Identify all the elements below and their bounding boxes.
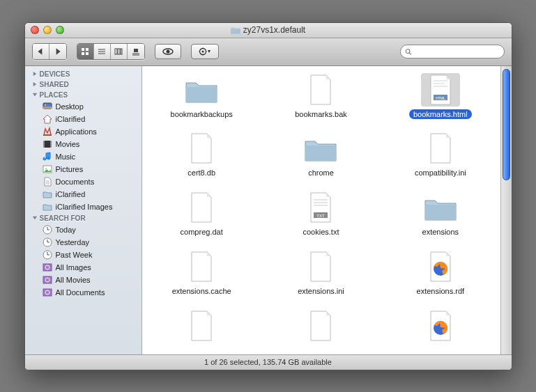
file-label (436, 345, 445, 347)
column-view-button[interactable] (111, 44, 128, 59)
doc-icon (182, 191, 221, 224)
nav-buttons (32, 43, 67, 60)
folder-icon (421, 191, 460, 224)
list-view-button[interactable] (94, 44, 111, 59)
svg-rect-20 (121, 49, 122, 54)
sidebar-item[interactable]: Past Week (25, 249, 141, 261)
file-item[interactable]: bookmarks.html (381, 73, 500, 120)
scrollbar-thumb[interactable] (503, 69, 510, 180)
sidebar-section[interactable]: SHARED (25, 79, 141, 90)
svg-point-41 (50, 143, 51, 144)
sidebar-item[interactable]: iClarified (25, 113, 141, 125)
file-item[interactable]: cookies.txt (261, 191, 381, 237)
file-label: bookmarkbackups (167, 109, 237, 119)
sidebar-item[interactable]: All Movies (25, 274, 141, 286)
svg-rect-21 (134, 49, 138, 52)
txt-icon (301, 191, 340, 224)
sidebar-item[interactable]: All Documents (25, 286, 141, 299)
svg-rect-13 (82, 52, 84, 55)
file-label: compatibility.ini (411, 168, 470, 178)
svg-point-28 (406, 49, 410, 53)
sidebar-item[interactable]: iClarified (25, 188, 141, 201)
icon-view-button[interactable] (77, 44, 94, 59)
sidebar-item[interactable]: Pictures (25, 163, 141, 175)
sidebar-section[interactable]: PLACES (25, 90, 141, 100)
doc-icon (421, 132, 460, 165)
doc-icon (301, 250, 340, 283)
file-item[interactable]: chrome (261, 132, 381, 178)
file-item[interactable] (142, 309, 261, 347)
file-label: cookies.txt (299, 227, 344, 237)
sidebar-item[interactable]: iClarified Images (25, 201, 141, 213)
file-item[interactable]: extensions.rdf (381, 250, 500, 297)
file-label: extensions (418, 227, 464, 237)
firefox-icon (421, 309, 460, 343)
sidebar-item[interactable]: Desktop (25, 100, 141, 113)
coverflow-view-button[interactable] (128, 44, 144, 59)
folder-icon (182, 73, 221, 107)
file-item[interactable]: extensions.ini (261, 250, 381, 297)
folder-icon (301, 132, 340, 165)
content-area: bookmarkbackupsbookmarks.bakbookmarks.ht… (142, 66, 512, 354)
file-label: extensions.ini (293, 286, 349, 296)
svg-point-27 (201, 51, 204, 53)
window-body: DEVICESSHAREDPLACESDesktopiClarifiedAppl… (25, 66, 512, 354)
file-label: bookmarks.bak (291, 109, 351, 119)
forward-button[interactable] (49, 44, 66, 59)
file-item[interactable] (381, 309, 500, 347)
search-icon (405, 48, 412, 56)
file-grid[interactable]: bookmarkbackupsbookmarks.bakbookmarks.ht… (142, 66, 500, 354)
file-label (316, 345, 325, 347)
file-item[interactable]: compreg.dat (142, 191, 261, 237)
svg-point-38 (43, 143, 44, 144)
action-button[interactable] (191, 44, 219, 59)
file-item[interactable]: extensions.cache (142, 250, 261, 297)
search-input[interactable] (414, 47, 499, 56)
titlebar[interactable]: zy27vs1x.default (25, 23, 512, 38)
sidebar-section[interactable]: SEARCH FOR (25, 213, 141, 224)
scrollbar[interactable] (500, 66, 512, 354)
sidebar-item[interactable]: Today (25, 224, 141, 236)
file-item[interactable] (261, 309, 381, 347)
svg-point-40 (50, 141, 51, 142)
doc-icon (301, 73, 340, 107)
minimize-button[interactable] (43, 26, 52, 34)
sidebar-item[interactable]: All Images (25, 261, 141, 274)
sidebar-item[interactable]: Yesterday (25, 236, 141, 249)
search-field[interactable] (400, 45, 505, 58)
svg-point-39 (43, 146, 44, 146)
sidebar-item[interactable]: Documents (25, 175, 141, 188)
svg-rect-12 (86, 48, 89, 51)
html-icon (421, 73, 460, 107)
svg-rect-14 (86, 52, 89, 55)
file-label: bookmarks.html (409, 109, 472, 119)
window-title: zy27vs1x.default (25, 25, 512, 35)
finder-window: zy27vs1x.default DEVICESSHAREDPLACESDesk… (24, 22, 512, 370)
file-item[interactable]: bookmarks.bak (261, 73, 381, 120)
file-item[interactable]: compatibility.ini (381, 132, 500, 178)
svg-rect-11 (82, 48, 84, 51)
file-item[interactable]: cert8.db (142, 132, 261, 178)
status-bar: 1 of 26 selected, 135.74 GB available (25, 354, 512, 370)
file-label: extensions.cache (168, 286, 236, 296)
sidebar-item[interactable]: Movies (25, 138, 141, 150)
sidebar-item[interactable]: Music (25, 150, 141, 163)
quicklook-button[interactable] (155, 44, 181, 59)
svg-point-42 (50, 146, 51, 146)
traffic-lights (31, 26, 64, 34)
svg-rect-31 (43, 107, 52, 109)
file-item[interactable]: extensions (381, 191, 500, 237)
zoom-button[interactable] (56, 26, 64, 34)
svg-rect-18 (115, 49, 117, 54)
sidebar-item[interactable]: Applications (25, 125, 141, 138)
file-item[interactable]: bookmarkbackups (142, 73, 261, 120)
close-button[interactable] (31, 26, 39, 34)
svg-point-32 (45, 104, 46, 106)
back-button[interactable] (33, 44, 49, 59)
doc-icon (182, 309, 221, 343)
doc-icon (182, 250, 221, 283)
doc-icon (301, 309, 340, 343)
svg-point-25 (166, 50, 169, 54)
doc-icon (182, 132, 221, 165)
sidebar-section[interactable]: DEVICES (25, 69, 141, 79)
